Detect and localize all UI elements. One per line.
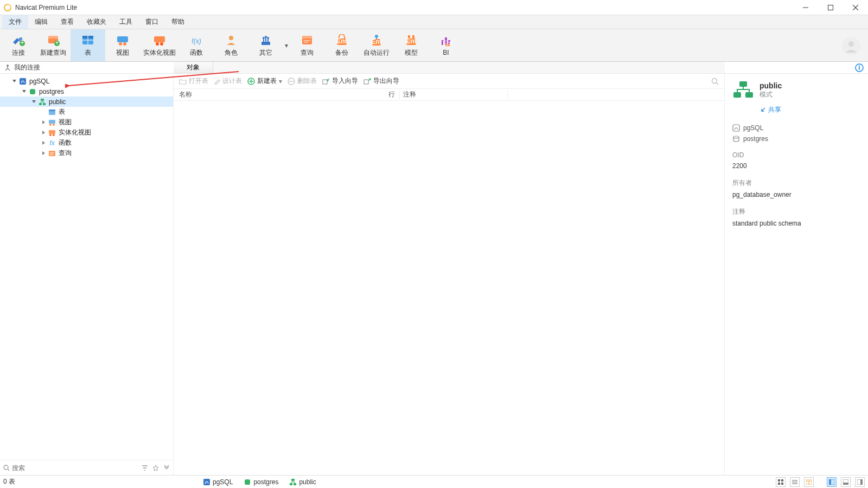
svg-rect-78 <box>739 81 747 87</box>
col-comment-header[interactable]: 注释 <box>399 90 508 99</box>
app-title: Navicat Premium Lite <box>15 4 77 11</box>
svg-text:f(x): f(x) <box>192 37 201 45</box>
open-table-button[interactable]: 打开表 <box>179 76 208 86</box>
create-table-button[interactable]: 新建表 ▾ <box>247 76 282 86</box>
tree-item-matviews[interactable]: 实体化视图 <box>0 127 173 138</box>
delete-table-button[interactable]: 删除表 <box>288 76 317 86</box>
ent-robot-icon: Ent <box>369 34 384 47</box>
filter-icon[interactable] <box>142 465 148 471</box>
view-grid-button[interactable] <box>776 477 786 487</box>
menu-favorites[interactable]: 收藏夹 <box>80 15 113 29</box>
status-path-database[interactable]: postgres <box>244 478 278 486</box>
close-button[interactable] <box>843 0 868 15</box>
maximize-button[interactable] <box>818 0 843 15</box>
toolbar-connect-label: 连接 <box>12 48 25 57</box>
chevron-right-icon[interactable] <box>40 150 47 157</box>
info-icon[interactable]: i <box>855 63 864 72</box>
col-name-header[interactable]: 名称 <box>174 90 369 99</box>
info-owner-value: pg_database_owner <box>732 191 860 198</box>
tree-item-functions[interactable]: fx 函数 <box>0 138 173 148</box>
chevron-down-icon[interactable]: ▾ <box>283 29 290 61</box>
import-icon <box>322 78 330 85</box>
postgres-icon <box>732 124 740 132</box>
toolbar-backup[interactable]: Ent 备份 <box>324 29 359 61</box>
menu-file[interactable]: 文件 <box>2 15 28 29</box>
tree-item-views[interactable]: 视图 <box>0 117 173 127</box>
info-connection-line: pgSQL <box>732 124 860 132</box>
col-rows-header[interactable]: 行 <box>369 90 399 99</box>
status-path-connection[interactable]: pgSQL <box>203 478 233 486</box>
design-table-button[interactable]: 设计表 <box>214 76 242 86</box>
connections-header-row: 我的连接 对象 i <box>0 62 868 74</box>
menu-view[interactable]: 查看 <box>54 15 80 29</box>
toolbar-others-label: 其它 <box>259 48 272 57</box>
my-connections-label: 我的连接 <box>14 63 40 72</box>
svg-text:i: i <box>858 64 860 72</box>
tree-schema-public[interactable]: public <box>0 97 173 107</box>
svg-point-16 <box>119 42 122 46</box>
toolbar-newquery[interactable]: + 新建查询 <box>36 29 71 61</box>
svg-point-67 <box>4 465 8 470</box>
info-comment-label: 注释 <box>732 207 860 216</box>
user-avatar[interactable] <box>842 37 860 55</box>
tab-objects[interactable]: 对象 <box>174 62 213 73</box>
chevron-right-icon[interactable] <box>40 130 47 136</box>
toolbar-bi[interactable]: Ent BI <box>429 29 463 61</box>
svg-point-76 <box>712 78 717 83</box>
share-link[interactable]: 共享 <box>760 105 860 114</box>
menu-edit[interactable]: 编辑 <box>28 15 54 29</box>
share-icon <box>760 107 766 113</box>
chevron-right-icon[interactable] <box>40 119 47 126</box>
search-input[interactable] <box>12 464 139 472</box>
svg-rect-79 <box>733 92 741 98</box>
panel-toggle-left[interactable] <box>827 477 837 487</box>
tree-item-queries[interactable]: 查询 <box>0 148 173 158</box>
panel-toggle-right[interactable] <box>855 477 865 487</box>
toolbar-queries[interactable]: 查询 <box>290 29 324 61</box>
toolbar-newquery-label: 新建查询 <box>40 48 66 57</box>
toolbar-roles[interactable]: 角色 <box>214 29 248 61</box>
import-wizard-button[interactable]: 导入向导 <box>322 76 358 86</box>
tree-item-tables[interactable]: 表 <box>0 107 173 117</box>
svg-point-24 <box>263 37 265 39</box>
toolbar-tables[interactable]: 表 <box>71 29 105 61</box>
tables-icon <box>48 108 56 117</box>
export-wizard-button[interactable]: 导出向导 <box>363 76 399 86</box>
toolbar-automation[interactable]: Ent 自动运行 <box>359 29 394 61</box>
view-detail-button[interactable] <box>804 477 814 487</box>
menu-window[interactable]: 窗口 <box>139 15 165 29</box>
tree-item-label: 查询 <box>59 149 72 158</box>
toolbar-automation-label: 自动运行 <box>363 48 390 57</box>
menu-help[interactable]: 帮助 <box>165 15 191 29</box>
chevron-down-icon[interactable]: ▾ <box>279 78 282 85</box>
star-icon[interactable] <box>152 465 159 471</box>
status-path-schema[interactable]: public <box>289 478 316 486</box>
chevron-right-icon[interactable] <box>40 140 47 146</box>
tree-db-postgres[interactable]: postgres <box>0 86 173 97</box>
panel-toggle-bottom[interactable] <box>841 477 851 487</box>
chevron-down-icon[interactable] <box>11 78 17 85</box>
toolbar-others[interactable]: 其它 <box>248 29 283 61</box>
toolbar-connect[interactable]: + 连接 <box>1 29 36 61</box>
minimize-button[interactable] <box>793 0 818 15</box>
tree-connection-pgsql[interactable]: pgSQL <box>0 76 173 86</box>
chevron-down-icon[interactable] <box>21 88 27 95</box>
database-icon <box>28 87 37 96</box>
svg-text:+: + <box>20 39 24 46</box>
pencil-icon <box>214 78 220 85</box>
toolbar-matviews[interactable]: 实体化视图 <box>140 29 179 61</box>
menu-tools[interactable]: 工具 <box>113 15 139 29</box>
status-object-count: 0 表 <box>3 477 15 486</box>
toolbar-model[interactable]: Ent 模型 <box>394 29 429 61</box>
svg-point-20 <box>160 42 163 46</box>
info-top-bar: i <box>725 62 868 73</box>
fx-icon: fx <box>48 139 56 147</box>
svg-rect-60 <box>49 130 55 134</box>
search-icon[interactable] <box>711 78 719 85</box>
toolbar-functions[interactable]: f(x) 函数 <box>179 29 214 61</box>
view-list-button[interactable] <box>790 477 800 487</box>
chevron-down-icon[interactable] <box>30 99 37 105</box>
toolbar-views[interactable]: 视图 <box>105 29 140 61</box>
collapse-icon[interactable] <box>163 465 170 471</box>
schema-icon <box>289 478 297 486</box>
